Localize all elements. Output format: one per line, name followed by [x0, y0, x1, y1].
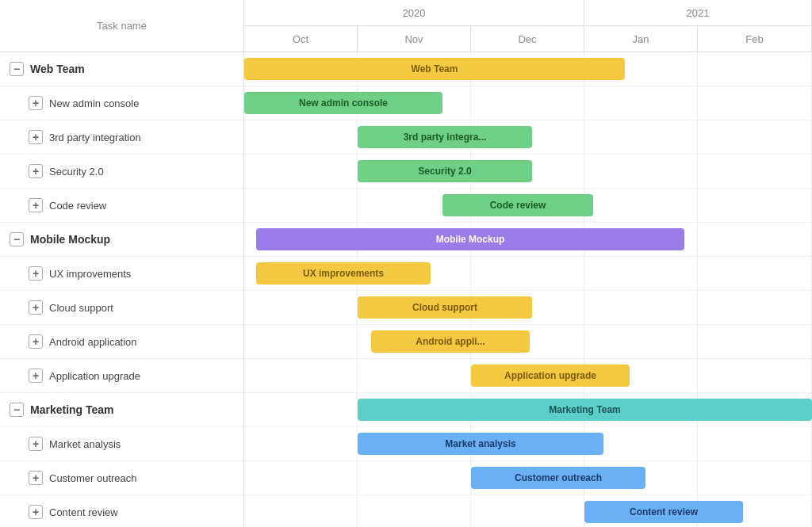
gantt-bar-marketing-team[interactable]: Marketing Team — [358, 399, 812, 421]
task-label-ux-improvements: UX improvements — [49, 268, 131, 280]
year-2021: 2021 — [584, 0, 812, 25]
gantt-bar-new-admin[interactable]: New admin console — [244, 92, 442, 114]
plus-btn-customer-outreach[interactable]: + — [29, 471, 43, 485]
year-2020: 2020 — [244, 0, 584, 25]
gantt-bar-ux-improvements[interactable]: UX improvements — [256, 262, 431, 285]
task-label-3rd-party: 3rd party integration — [49, 132, 141, 143]
plus-btn-market-analysis[interactable]: + — [29, 437, 43, 451]
task-row-3rd-party: +3rd party integration — [0, 120, 243, 155]
gantt-bar-market-analysis[interactable]: Market analysis — [358, 433, 603, 455]
gantt-bar-android-app[interactable]: Android appli... — [371, 330, 530, 353]
plus-btn-cloud-support[interactable]: + — [29, 300, 43, 315]
task-label-market-analysis: Market analysis — [49, 438, 121, 450]
gantt-bar-app-upgrade[interactable]: Application upgrade — [471, 365, 630, 387]
month-feb: Feb — [698, 26, 812, 52]
gantt-bar-code-review[interactable]: Code review — [442, 194, 593, 216]
task-row-ux-improvements: +UX improvements — [0, 257, 243, 291]
task-row-marketing-team: −Marketing Team — [0, 393, 243, 427]
task-list: Task name −Web Team+New admin console+3r… — [0, 0, 244, 527]
task-row-android-app: +Android application — [0, 325, 243, 359]
month-jan: Jan — [584, 26, 698, 52]
plus-btn-security[interactable]: + — [29, 164, 43, 178]
chart-row-ux-improvements: UX improvements — [244, 257, 812, 291]
plus-btn-content-review[interactable]: + — [29, 505, 43, 519]
month-nov: Nov — [358, 26, 471, 52]
chart-row-content-review: Content review — [244, 495, 812, 527]
task-label-mobile-mockup: Mobile Mockup — [30, 233, 110, 246]
gantt-bar-3rd-party[interactable]: 3rd party integra... — [358, 126, 532, 148]
gantt-bar-cloud-support[interactable]: Cloud support — [358, 296, 532, 319]
plus-btn-new-admin[interactable]: + — [29, 96, 43, 110]
task-label-code-review: Code review — [49, 200, 106, 212]
task-list-header: Task name — [0, 0, 243, 52]
task-row-app-upgrade: +Application upgrade — [0, 359, 243, 393]
plus-btn-ux-improvements[interactable]: + — [29, 266, 43, 281]
task-row-customer-outreach: +Customer outreach — [0, 461, 243, 495]
gantt-bar-mobile-mockup[interactable]: Mobile Mockup — [256, 228, 684, 250]
task-row-new-admin: +New admin console — [0, 86, 243, 120]
task-row-content-review: +Content review — [0, 495, 243, 527]
minus-btn-marketing-team[interactable]: − — [10, 403, 24, 417]
chart-row-android-app: Android appli... — [244, 325, 812, 359]
month-header: Oct Nov Dec Jan Feb — [244, 26, 812, 52]
task-row-cloud-support: +Cloud support — [0, 291, 243, 325]
chart-row-cloud-support: Cloud support — [244, 291, 812, 325]
task-label-cloud-support: Cloud support — [49, 302, 113, 314]
chart-row-mobile-mockup: Mobile Mockup — [244, 223, 812, 257]
chart-row-code-review: Code review — [244, 189, 812, 223]
month-dec: Dec — [471, 26, 584, 52]
plus-btn-3rd-party[interactable]: + — [29, 130, 43, 144]
chart-row-customer-outreach: Customer outreach — [244, 461, 812, 495]
task-row-security: +Security 2.0 — [0, 155, 243, 189]
chart-row-marketing-team: Marketing Team — [244, 393, 812, 427]
chart-rows: Web TeamNew admin console3rd party integ… — [244, 52, 812, 527]
task-label-app-upgrade: Application upgrade — [49, 370, 140, 382]
task-label-new-admin: New admin console — [49, 97, 139, 109]
task-label-security: Security 2.0 — [49, 166, 104, 178]
plus-btn-code-review[interactable]: + — [29, 198, 43, 212]
gantt-bar-customer-outreach[interactable]: Customer outreach — [471, 467, 645, 489]
task-label-android-app: Android application — [49, 336, 137, 348]
chart-row-app-upgrade: Application upgrade — [244, 359, 812, 393]
chart-row-security: Security 2.0 — [244, 155, 812, 189]
task-label-customer-outreach: Customer outreach — [49, 472, 137, 484]
chart-panel: 2020 2021 Oct Nov Dec Jan Feb Web TeamNe… — [244, 0, 812, 527]
chart-row-web-team: Web Team — [244, 52, 812, 86]
chart-row-market-analysis: Market analysis — [244, 427, 812, 461]
minus-btn-web-team[interactable]: − — [10, 62, 24, 76]
plus-btn-app-upgrade[interactable]: + — [29, 369, 43, 383]
gantt-bar-security[interactable]: Security 2.0 — [358, 160, 532, 182]
chart-row-new-admin: New admin console — [244, 86, 812, 120]
month-oct: Oct — [244, 26, 358, 52]
task-label-content-review: Content review — [49, 506, 118, 518]
task-label-marketing-team: Marketing Team — [30, 403, 114, 416]
task-row-web-team: −Web Team — [0, 52, 243, 86]
gantt-bar-content-review[interactable]: Content review — [584, 501, 743, 523]
minus-btn-mobile-mockup[interactable]: − — [10, 232, 24, 246]
task-name-label: Task name — [97, 20, 147, 32]
gantt-chart: Task name −Web Team+New admin console+3r… — [0, 0, 812, 527]
task-label-web-team: Web Team — [30, 63, 85, 75]
task-rows: −Web Team+New admin console+3rd party in… — [0, 52, 243, 527]
year-header: 2020 2021 — [244, 0, 812, 26]
gantt-bar-web-team[interactable]: Web Team — [244, 58, 625, 80]
plus-btn-android-app[interactable]: + — [29, 334, 43, 349]
task-row-code-review: +Code review — [0, 189, 243, 223]
task-row-market-analysis: +Market analysis — [0, 427, 243, 461]
task-row-mobile-mockup: −Mobile Mockup — [0, 223, 243, 257]
chart-row-3rd-party: 3rd party integra... — [244, 120, 812, 155]
